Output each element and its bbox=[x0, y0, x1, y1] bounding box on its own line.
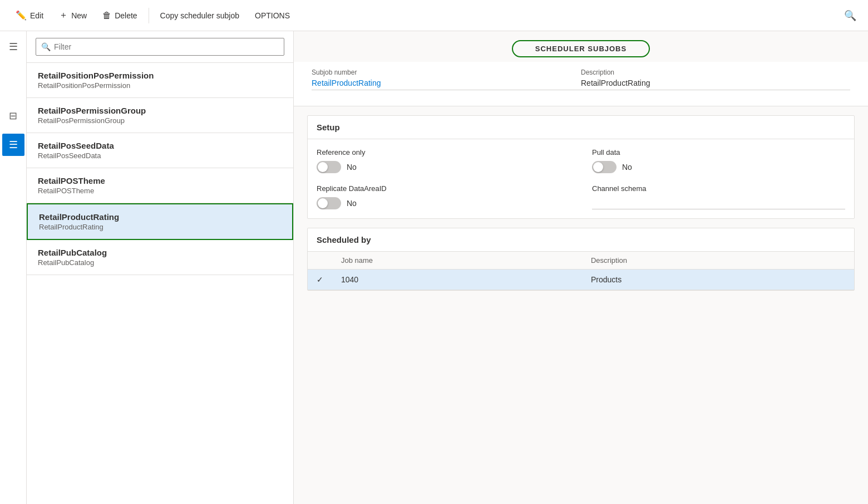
col-check bbox=[308, 252, 332, 270]
scheduler-title: SCHEDULER SUBJOBS bbox=[535, 45, 627, 53]
section-header-banner: SCHEDULER SUBJOBS bbox=[294, 31, 868, 62]
list-item-title: RetailPOSTheme bbox=[38, 176, 282, 185]
list-item-subtitle: RetailPosPermissionGroup bbox=[38, 116, 282, 125]
reference-only-field: Reference only No bbox=[317, 148, 570, 173]
search-button[interactable]: 🔍 bbox=[841, 7, 859, 25]
list-item-title: RetailPosSeedData bbox=[38, 141, 282, 150]
filter-area: 🔍 bbox=[27, 31, 293, 63]
toggle-knob bbox=[593, 162, 603, 172]
search-icon: 🔍 bbox=[844, 9, 856, 22]
sidebar-icons: ☰ ⊟ ☰ bbox=[0, 31, 27, 504]
replicate-label: Replicate DataAreaID bbox=[317, 184, 570, 193]
col-description: Description bbox=[582, 252, 854, 270]
list-item-selected[interactable]: RetailProductRating RetailProductRating bbox=[27, 203, 293, 240]
list-panel: 🔍 RetailPositionPosPermission RetailPosi… bbox=[27, 31, 294, 504]
description-label: Description bbox=[581, 68, 850, 76]
edit-label: Edit bbox=[30, 11, 43, 20]
main-layout: ☰ ⊟ ☰ 🔍 RetailPositionPosPermission Reta… bbox=[0, 31, 868, 504]
replicate-field: Replicate DataAreaID No bbox=[317, 184, 570, 209]
scheduled-section: Scheduled by Job name Description ✓ 104 bbox=[307, 228, 855, 291]
reference-only-value: No bbox=[347, 163, 357, 172]
list-item-title: RetailPosPermissionGroup bbox=[38, 106, 282, 115]
pull-data-value: No bbox=[622, 163, 632, 172]
table-header: Job name Description bbox=[308, 252, 854, 270]
toolbar: ✏️ Edit ＋ New 🗑 Delete Copy scheduler su… bbox=[0, 0, 868, 31]
replicate-value: No bbox=[347, 199, 357, 208]
table-header-row: Job name Description bbox=[308, 252, 854, 270]
subjob-number-value[interactable]: RetailProductRating bbox=[312, 79, 581, 90]
row-job-name: 1040 bbox=[332, 270, 582, 290]
replicate-toggle[interactable] bbox=[317, 197, 341, 209]
replicate-toggle-row: No bbox=[317, 197, 570, 209]
description-value[interactable]: RetailProductRating bbox=[581, 79, 850, 90]
filter-input[interactable] bbox=[36, 38, 284, 56]
scheduled-by-title: Scheduled by bbox=[317, 235, 371, 244]
pull-data-field: Pull data No bbox=[592, 148, 845, 173]
list-item-subtitle: RetailPOSTheme bbox=[38, 187, 282, 195]
list-item[interactable]: RetailPosPermissionGroup RetailPosPermis… bbox=[27, 98, 293, 133]
list-item[interactable]: RetailPOSTheme RetailPOSTheme bbox=[27, 168, 293, 203]
list-item[interactable]: RetailPositionPosPermission RetailPositi… bbox=[27, 63, 293, 98]
list-item-title: RetailProductRating bbox=[39, 212, 281, 222]
toggle-knob bbox=[318, 162, 328, 172]
pull-data-toggle[interactable] bbox=[592, 161, 617, 173]
table-row[interactable]: ✓ 1040 Products bbox=[308, 270, 854, 290]
row-check: ✓ bbox=[308, 270, 332, 290]
detail-fields-row: Subjob number RetailProductRating Descri… bbox=[312, 62, 850, 97]
filter-button[interactable]: ⊟ bbox=[2, 105, 24, 127]
list-item[interactable]: RetailPosSeedData RetailPosSeedData bbox=[27, 133, 293, 168]
row-description: Products bbox=[582, 270, 854, 290]
reference-only-label: Reference only bbox=[317, 148, 570, 156]
setup-section-header: Setup bbox=[308, 116, 854, 139]
detail-header: Subjob number RetailProductRating Descri… bbox=[294, 62, 868, 106]
delete-label: Delete bbox=[115, 11, 137, 20]
list-item-title: RetailPubCatalog bbox=[38, 248, 282, 257]
toggle-knob bbox=[318, 198, 328, 208]
table-body: ✓ 1040 Products bbox=[308, 270, 854, 290]
channel-schema-field: Channel schema bbox=[592, 184, 845, 209]
edit-button[interactable]: ✏️ Edit bbox=[9, 6, 50, 25]
reference-only-toggle-row: No bbox=[317, 161, 570, 173]
new-icon: ＋ bbox=[59, 9, 68, 21]
description-field: Description RetailProductRating bbox=[581, 62, 850, 97]
list-item[interactable]: RetailPubCatalog RetailPubCatalog bbox=[27, 240, 293, 275]
setup-section: Setup Reference only No Pull data bbox=[307, 115, 855, 219]
list-view-button[interactable]: ☰ bbox=[2, 134, 24, 156]
options-button[interactable]: OPTIONS bbox=[248, 7, 297, 25]
copy-label: Copy scheduler subjob bbox=[160, 11, 239, 20]
list-icon: ☰ bbox=[9, 139, 18, 151]
list-items: RetailPositionPosPermission RetailPositi… bbox=[27, 63, 293, 504]
delete-icon: 🗑 bbox=[102, 11, 111, 21]
hamburger-menu-button[interactable]: ☰ bbox=[2, 36, 24, 58]
list-item-subtitle: RetailPosSeedData bbox=[38, 151, 282, 160]
pull-data-toggle-row: No bbox=[592, 161, 845, 173]
setup-title: Setup bbox=[317, 123, 340, 132]
list-item-title: RetailPositionPosPermission bbox=[38, 71, 282, 80]
scheduled-section-header: Scheduled by bbox=[308, 228, 854, 252]
copy-button[interactable]: Copy scheduler subjob bbox=[154, 7, 246, 25]
edit-icon: ✏️ bbox=[16, 10, 27, 21]
detail-panel: SCHEDULER SUBJOBS Subjob number RetailPr… bbox=[294, 31, 868, 504]
subjob-number-field: Subjob number RetailProductRating bbox=[312, 62, 581, 97]
subjob-number-label: Subjob number bbox=[312, 68, 581, 76]
hamburger-icon: ☰ bbox=[9, 41, 18, 53]
list-item-subtitle: RetailProductRating bbox=[39, 223, 281, 231]
filter-icon: ⊟ bbox=[9, 110, 17, 122]
options-label: OPTIONS bbox=[255, 11, 290, 20]
setup-fields: Reference only No Pull data bbox=[308, 139, 854, 218]
new-button[interactable]: ＋ New bbox=[52, 5, 93, 26]
scheduled-table: Job name Description ✓ 1040 Products bbox=[308, 252, 854, 290]
delete-button[interactable]: 🗑 Delete bbox=[96, 6, 144, 25]
reference-only-toggle[interactable] bbox=[317, 161, 341, 173]
channel-schema-value[interactable] bbox=[592, 197, 845, 209]
list-item-subtitle: RetailPositionPosPermission bbox=[38, 81, 282, 90]
col-job-name: Job name bbox=[332, 252, 582, 270]
pull-data-label: Pull data bbox=[592, 148, 845, 156]
separator bbox=[149, 8, 149, 23]
new-label: New bbox=[71, 11, 87, 20]
scheduler-title-box: SCHEDULER SUBJOBS bbox=[512, 40, 650, 57]
filter-wrapper: 🔍 bbox=[36, 38, 284, 56]
list-item-subtitle: RetailPubCatalog bbox=[38, 258, 282, 267]
channel-schema-label: Channel schema bbox=[592, 184, 845, 193]
